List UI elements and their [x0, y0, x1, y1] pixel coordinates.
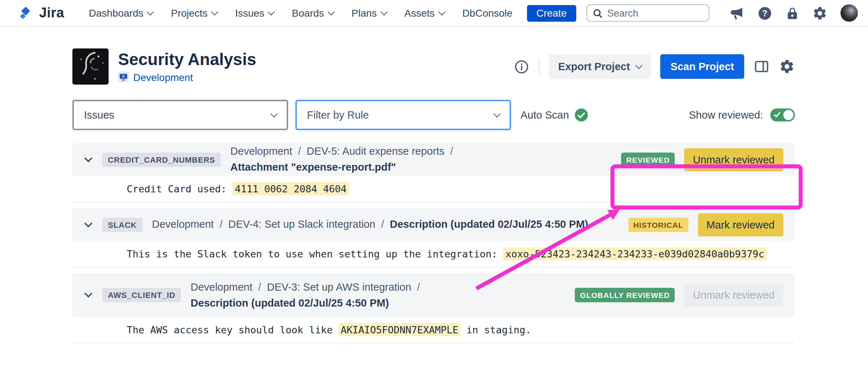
finding-actions: GLOBALLY REVIEWED Unmark reviewed — [565, 283, 783, 307]
jira-security-analysis-page: Jira Dashboards Projects Issues Boards P… — [0, 0, 868, 376]
status-badge: HISTORICAL — [628, 217, 688, 232]
jira-logo[interactable]: Jira — [17, 5, 64, 21]
main-content: Security Analysis Development — [0, 48, 868, 343]
nav-item-issues[interactable]: Issues — [235, 7, 274, 19]
finding-actions: REVIEWED Unmark reviewed — [611, 148, 783, 171]
user-avatar[interactable] — [840, 4, 858, 22]
top-navigation-bar: Jira Dashboards Projects Issues Boards P… — [0, 0, 868, 27]
breadcrumb: Development / DEV-3: Set up AWS integrat… — [190, 279, 426, 311]
nav-item-dashboards[interactable]: Dashboards — [89, 7, 153, 19]
divider — [539, 59, 539, 74]
secret-highlight: AKIAIO5FODNN7EXAMPLE — [338, 323, 460, 336]
project-header: Security Analysis Development — [72, 48, 795, 85]
finding-credit-card: CREDIT_CARD_NUMBERS Development / DEV-5:… — [72, 143, 795, 202]
nav-item-boards[interactable]: Boards — [292, 7, 333, 19]
filter-bar: Issues Filter by Rule Auto Scan Show rev… — [72, 100, 795, 130]
chevron-down-icon — [270, 110, 278, 117]
finding-header: SLACK Development / DEV-4: Set up Slack … — [72, 208, 795, 241]
title-block: Security Analysis Development — [118, 50, 256, 83]
export-project-button[interactable]: Export Project — [549, 54, 651, 79]
toggle-knob — [783, 110, 793, 120]
rule-badge: AWS_CLIENT_ID — [102, 288, 181, 302]
unmark-reviewed-button[interactable]: Unmark reviewed — [684, 148, 783, 171]
finding-slack-token: SLACK Development / DEV-4: Set up Slack … — [72, 208, 795, 268]
status-badge: GLOBALLY REVIEWED — [575, 288, 675, 302]
header-actions: Export Project Scan Project — [514, 54, 795, 79]
issues-select[interactable]: Issues — [72, 100, 288, 130]
search-input[interactable] — [607, 8, 703, 18]
chevron-down-icon — [211, 8, 218, 15]
finding-aws-client-id: AWS_CLIENT_ID Development / DEV-3: Set u… — [72, 273, 795, 343]
brand-name: Jira — [39, 5, 64, 21]
view-settings-gear-icon[interactable] — [779, 59, 795, 74]
rule-badge: SLACK — [102, 217, 143, 232]
status-badge: REVIEWED — [621, 152, 675, 167]
show-reviewed-toggle[interactable] — [770, 108, 795, 121]
nav-item-dbconsole[interactable]: DbConsole — [462, 7, 513, 19]
page-title: Security Analysis — [118, 50, 256, 69]
chevron-down-icon — [380, 8, 387, 15]
breadcrumb: Development / DEV-5: Audit expense repor… — [230, 144, 611, 175]
nav-item-plans[interactable]: Plans — [351, 7, 386, 19]
lock-icon[interactable] — [785, 6, 799, 20]
chevron-down-icon — [267, 8, 275, 15]
announcements-icon[interactable] — [729, 5, 744, 21]
mark-reviewed-button[interactable]: Mark reviewed — [698, 213, 783, 236]
finding-header: AWS_CLIENT_ID Development / DEV-3: Set u… — [72, 273, 795, 317]
rule-badge: CREDIT_CARD_NUMBERS — [102, 152, 221, 167]
finding-content: Credit Card used: 4111 0062 2084 4604 — [72, 176, 795, 202]
auto-scan-status: Auto Scan — [521, 108, 588, 121]
filter-by-rule-select[interactable]: Filter by Rule — [295, 100, 511, 130]
info-icon[interactable] — [514, 59, 529, 74]
details-panel-icon[interactable] — [754, 59, 770, 74]
secret-highlight: xoxo-523423-234243-234233-e039d02840a0b9… — [503, 247, 766, 260]
show-reviewed-control: Show reviewed: — [689, 108, 795, 121]
breadcrumb: Development / DEV-4: Set up Slack integr… — [152, 217, 588, 232]
collapse-chevron-icon[interactable] — [84, 290, 93, 298]
finding-actions: HISTORICAL Mark reviewed — [618, 213, 783, 236]
topbar-icons: ? — [729, 4, 858, 22]
nav-item-assets[interactable]: Assets — [404, 7, 444, 19]
check-circle-icon — [575, 108, 588, 121]
nav-item-projects[interactable]: Projects — [171, 7, 217, 19]
chevron-down-icon — [635, 61, 642, 69]
unmark-reviewed-button-disabled: Unmark reviewed — [684, 283, 783, 307]
project-link-development[interactable]: Development — [133, 71, 193, 83]
jira-logo-icon — [17, 5, 34, 21]
global-search[interactable] — [586, 4, 709, 22]
collapse-chevron-icon[interactable] — [84, 154, 93, 162]
chevron-down-icon — [493, 110, 501, 117]
project-avatar — [72, 48, 109, 85]
help-icon[interactable]: ? — [757, 5, 772, 21]
secret-highlight: 4111 0062 2084 4604 — [233, 182, 349, 195]
check-icon — [774, 112, 780, 118]
settings-gear-icon[interactable] — [812, 5, 827, 21]
development-project-icon — [118, 72, 129, 82]
search-icon — [593, 8, 602, 18]
primary-nav: Dashboards Projects Issues Boards Plans … — [89, 7, 512, 19]
chevron-down-icon — [438, 8, 445, 15]
create-button[interactable]: Create — [527, 5, 576, 21]
scan-project-button[interactable]: Scan Project — [660, 54, 744, 79]
finding-content: The AWS access key should look like AKIA… — [72, 317, 795, 343]
findings-list: CREDIT_CARD_NUMBERS Development / DEV-5:… — [72, 143, 795, 343]
finding-content: This is the Slack token to use when sett… — [72, 241, 795, 268]
chevron-down-icon — [147, 8, 154, 15]
collapse-chevron-icon[interactable] — [84, 219, 93, 227]
finding-header: CREDIT_CARD_NUMBERS Development / DEV-5:… — [72, 143, 795, 176]
svg-text:?: ? — [762, 8, 767, 18]
chevron-down-icon — [327, 8, 334, 15]
